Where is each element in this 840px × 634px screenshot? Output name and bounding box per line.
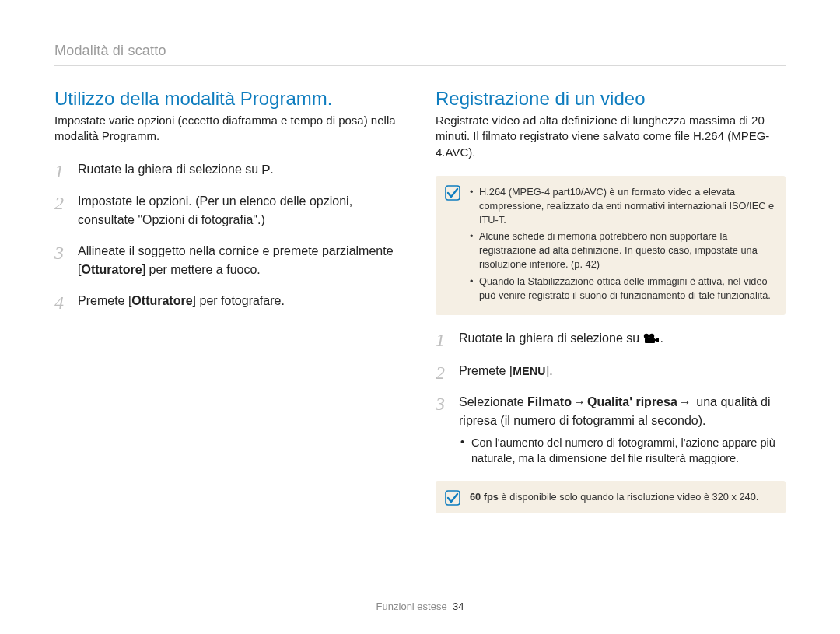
- svg-rect-3: [645, 338, 655, 344]
- note-text: 60 fps è disponibile solo quando la riso…: [470, 490, 775, 504]
- arrow-icon: →: [677, 395, 693, 408]
- info-icon: [445, 185, 460, 201]
- heading-program-mode: Utilizzo della modalità Programm.: [54, 88, 404, 110]
- column-left: Utilizzo della modalità Programm. Impost…: [54, 88, 404, 527]
- intro-program-mode: Impostate varie opzioni (eccetto diafram…: [54, 113, 404, 145]
- step-item: Premete [MENU].: [436, 362, 786, 380]
- menu-path-item: Qualita' ripresa: [587, 395, 677, 408]
- shutter-label: Otturatore: [81, 263, 142, 276]
- footer-section-label: Funzioni estese: [376, 601, 447, 612]
- video-mode-icon: [643, 331, 660, 349]
- menu-button-label: MENU: [513, 363, 545, 380]
- column-right: Registrazione di un video Registrate vid…: [436, 88, 786, 527]
- page-footer: Funzioni estese 34: [0, 601, 840, 612]
- step-item: Ruotate la ghiera di selezione su P.: [54, 160, 404, 180]
- step-item: Allineate il soggetto nella cornice e pr…: [54, 242, 404, 279]
- sub-bullet-list: Con l'aumento del numero di fotogrammi, …: [459, 435, 786, 467]
- note-text-rest: è disponibile solo quando la risoluzione…: [499, 491, 758, 503]
- step-text: Selezionate: [459, 395, 527, 408]
- steps-right: Ruotate la ghiera di selezione su . Prem…: [436, 329, 786, 467]
- step-text: Ruotate la ghiera di selezione su: [78, 163, 262, 176]
- step-text: ] per fotografare.: [193, 294, 285, 307]
- svg-point-2: [649, 334, 653, 338]
- heading-video-record: Registrazione di un video: [436, 88, 786, 110]
- note-item: H.264 (MPEG-4 part10/AVC) è un formato v…: [470, 185, 775, 227]
- content-columns: Utilizzo della modalità Programm. Impost…: [54, 88, 786, 527]
- intro-video-record: Registrate video ad alta definizione di …: [436, 113, 786, 160]
- note-item: Quando la Stabilizzazione ottica delle i…: [470, 275, 775, 303]
- step-text: .: [660, 331, 663, 345]
- arrow-icon: →: [572, 395, 587, 408]
- breadcrumb: Modalità di scatto: [54, 43, 786, 66]
- step-text: ] per mettere a fuoco.: [142, 263, 261, 276]
- manual-page: Modalità di scatto Utilizzo della modali…: [0, 0, 840, 634]
- note-box: H.264 (MPEG-4 part10/AVC) è un formato v…: [436, 176, 786, 315]
- menu-path-item: Filmato: [527, 395, 572, 408]
- step-item: Impostate le opzioni. (Per un elenco del…: [54, 192, 404, 229]
- info-icon: [445, 490, 460, 506]
- step-item: Selezionate Filmato→Qualita' ripresa→ un…: [436, 393, 786, 467]
- step-item: Premete [Otturatore] per fotografare.: [54, 292, 404, 310]
- svg-point-1: [643, 334, 648, 338]
- step-text: ].: [546, 364, 553, 377]
- note-list: H.264 (MPEG-4 part10/AVC) è un formato v…: [470, 185, 775, 303]
- step-text: Premete [: [459, 364, 513, 377]
- step-text: Ruotate la ghiera di selezione su: [459, 331, 643, 345]
- fps-label: 60 fps: [470, 491, 499, 503]
- note-item: Alcune schede di memoria potrebbero non …: [470, 229, 775, 271]
- steps-left: Ruotate la ghiera di selezione su P. Imp…: [54, 160, 404, 310]
- step-item: Ruotate la ghiera di selezione su .: [436, 329, 786, 349]
- page-number: 34: [453, 601, 464, 612]
- shutter-label: Otturatore: [131, 294, 192, 307]
- sub-bullet-item: Con l'aumento del numero di fotogrammi, …: [459, 435, 786, 467]
- p-mode-icon: P: [262, 161, 271, 180]
- note-box: 60 fps è disponibile solo quando la riso…: [436, 481, 786, 513]
- step-text: Premete [: [78, 294, 131, 307]
- step-text: .: [270, 163, 273, 176]
